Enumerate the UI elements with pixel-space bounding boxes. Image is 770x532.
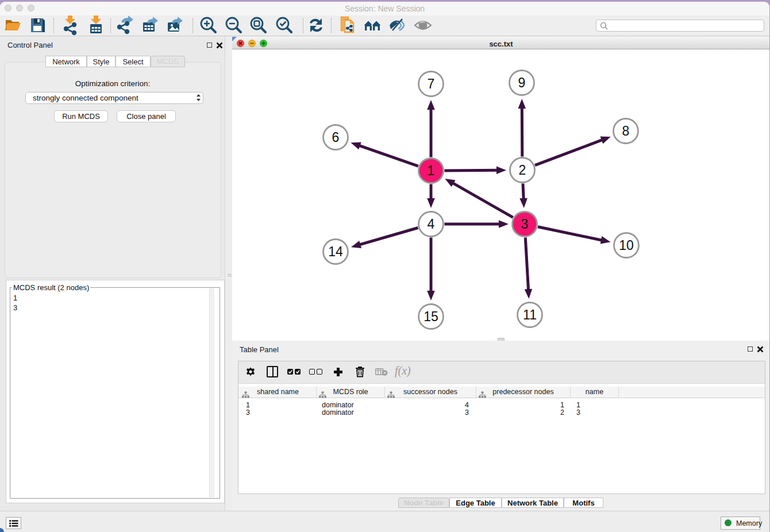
svg-text:14: 14 bbox=[328, 244, 343, 259]
svg-text:1: 1 bbox=[428, 163, 435, 178]
svg-text:8: 8 bbox=[622, 124, 630, 138]
svg-text:4: 4 bbox=[428, 217, 435, 232]
svg-text:11: 11 bbox=[523, 307, 537, 322]
svg-text:10: 10 bbox=[619, 238, 634, 253]
svg-text:7: 7 bbox=[428, 76, 435, 91]
svg-text:15: 15 bbox=[424, 309, 438, 324]
svg-text:2: 2 bbox=[519, 163, 526, 178]
svg-text:9: 9 bbox=[518, 75, 526, 90]
svg-text:3: 3 bbox=[521, 217, 529, 232]
svg-text:6: 6 bbox=[332, 130, 340, 145]
